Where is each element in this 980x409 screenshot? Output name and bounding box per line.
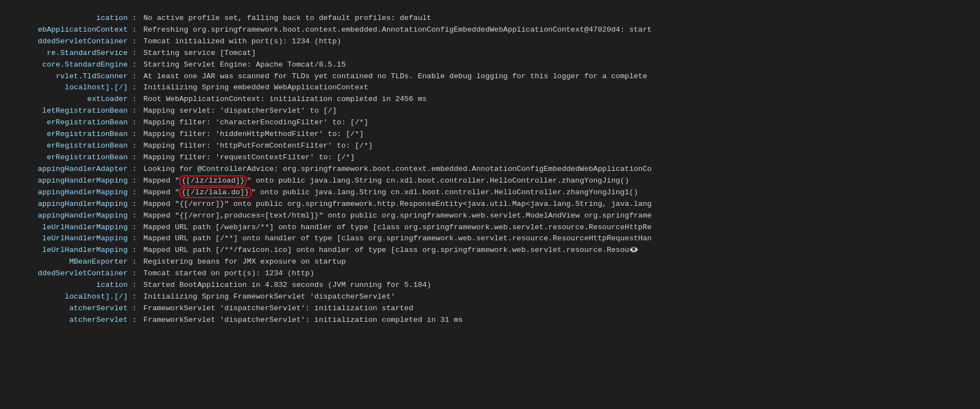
log-message: Initializing Spring embedded WebApplicat… bbox=[143, 82, 978, 94]
log-separator: : bbox=[130, 71, 143, 83]
log-message: Mapped URL path [/**/favicon.ico] onto h… bbox=[143, 245, 978, 256]
log-line: appingHandlerMapping: Mapped "{[/lz/lzlo… bbox=[0, 175, 980, 187]
log-line: re.StandardService: Starting service [To… bbox=[0, 48, 980, 59]
log-separator: : bbox=[130, 199, 143, 210]
log-message: Starting Servlet Engine: Apache Tomcat/8… bbox=[143, 59, 978, 71]
log-source: appingHandlerMapping bbox=[2, 175, 130, 187]
log-source: atcherServlet bbox=[2, 303, 130, 315]
log-separator: : bbox=[130, 245, 143, 256]
log-line: ddedServletContainer: Tomcat started on … bbox=[0, 268, 980, 280]
log-source: leUrlHandlerMapping bbox=[2, 222, 130, 234]
log-message: Mapped "{[/lz/lala.do]}" onto public jav… bbox=[143, 187, 978, 199]
log-source: ebApplicationContext bbox=[2, 24, 130, 36]
log-separator: : bbox=[130, 117, 143, 129]
log-source: appingHandlerMapping bbox=[2, 199, 130, 210]
log-source: leUrlHandlerMapping bbox=[2, 233, 130, 245]
log-source: rvlet.TldScanner bbox=[2, 71, 130, 83]
log-separator: : bbox=[130, 315, 143, 326]
log-separator: : bbox=[130, 233, 143, 245]
log-message: At least one JAR was scanned for TLDs ye… bbox=[143, 71, 978, 83]
log-source: erRegistrationBean bbox=[2, 152, 130, 164]
log-message: Mapped "{[/error],produces=[text/html]}"… bbox=[143, 210, 978, 222]
log-message: Starting service [Tomcat] bbox=[143, 48, 978, 59]
log-source: ication bbox=[2, 13, 130, 24]
log-separator: : bbox=[130, 82, 143, 94]
log-source: erRegistrationBean bbox=[2, 129, 130, 140]
log-message: Mapped URL path [/webjars/**] onto handl… bbox=[143, 222, 978, 234]
log-line: extLoader: Root WebApplicationContext: i… bbox=[0, 94, 980, 105]
log-source: erRegistrationBean bbox=[2, 140, 130, 152]
log-message: Mapping servlet: 'dispatcherServlet' to … bbox=[143, 105, 978, 117]
log-line: core.StandardEngine: Starting Servlet En… bbox=[0, 59, 980, 71]
log-message: Mapped URL path [/**] onto handler of ty… bbox=[143, 233, 978, 245]
log-source: appingHandlerMapping bbox=[2, 210, 130, 222]
log-message: Mapped "{[/error]}" onto public org.spri… bbox=[143, 199, 978, 210]
log-separator: : bbox=[130, 48, 143, 59]
log-separator: : bbox=[130, 268, 143, 280]
log-container: ication: No active profile set, falling … bbox=[0, 0, 980, 327]
circled-text: {[/lz/lala.do]} bbox=[179, 187, 252, 198]
log-message: FrameworkServlet 'dispatcherServlet': in… bbox=[143, 303, 978, 315]
log-line: appingHandlerMapping: Mapped "{[/error],… bbox=[0, 210, 980, 222]
log-message: Mapping filter: 'characterEncodingFilter… bbox=[143, 117, 978, 129]
log-separator: : bbox=[130, 187, 143, 199]
log-separator: : bbox=[130, 291, 143, 303]
log-message: Tomcat started on port(s): 1234 (http) bbox=[143, 268, 978, 280]
log-separator: : bbox=[130, 24, 143, 36]
log-separator: : bbox=[130, 280, 143, 291]
log-line: ebApplicationContext: Refreshing org.spr… bbox=[0, 24, 980, 36]
log-line: leUrlHandlerMapping: Mapped URL path [/*… bbox=[0, 233, 980, 245]
log-source: ication bbox=[2, 280, 130, 291]
log-line: atcherServlet: FrameworkServlet 'dispatc… bbox=[0, 303, 980, 315]
log-separator: : bbox=[130, 210, 143, 222]
log-line: localhost].[/]: Initializing Spring Fram… bbox=[0, 291, 980, 303]
log-source: appingHandlerAdapter bbox=[2, 164, 130, 175]
log-separator: : bbox=[130, 59, 143, 71]
log-separator: : bbox=[130, 152, 143, 164]
log-message: FrameworkServlet 'dispatcherServlet': in… bbox=[143, 315, 978, 326]
log-line: localhost].[/]: Initializing Spring embe… bbox=[0, 82, 980, 94]
log-source: localhost].[/] bbox=[2, 291, 130, 303]
log-separator: : bbox=[130, 222, 143, 234]
log-source: erRegistrationBean bbox=[2, 117, 130, 129]
log-separator: : bbox=[130, 164, 143, 175]
log-message: Tomcat initialized with port(s): 1234 (h… bbox=[143, 36, 978, 48]
log-line: atcherServlet: FrameworkServlet 'dispatc… bbox=[0, 315, 980, 326]
log-message: Mapped "{[/lz/lzload]}" onto public java… bbox=[143, 175, 978, 187]
log-message: Registering beans for JMX exposure on st… bbox=[143, 256, 978, 268]
log-message: Mapping filter: 'hiddenHttpMethodFilter'… bbox=[143, 129, 978, 140]
log-line: rvlet.TldScanner: At least one JAR was s… bbox=[0, 71, 980, 83]
log-separator: : bbox=[130, 94, 143, 105]
log-source: ddedServletContainer bbox=[2, 268, 130, 280]
log-message: Started BootApplication in 4.832 seconds… bbox=[143, 280, 978, 291]
log-message: Refreshing org.springframework.boot.cont… bbox=[143, 24, 978, 36]
log-source: leUrlHandlerMapping bbox=[2, 245, 130, 256]
log-line: appingHandlerMapping: Mapped "{[/error]}… bbox=[0, 199, 980, 210]
log-source: localhost].[/] bbox=[2, 82, 130, 94]
log-source: extLoader bbox=[2, 94, 130, 105]
log-separator: : bbox=[130, 256, 143, 268]
log-line: erRegistrationBean: Mapping filter: 'req… bbox=[0, 152, 980, 164]
log-message: No active profile set, falling back to d… bbox=[143, 13, 978, 24]
log-source: letRegistrationBean bbox=[2, 105, 130, 117]
log-separator: : bbox=[130, 13, 143, 24]
log-line: erRegistrationBean: Mapping filter: 'htt… bbox=[0, 140, 980, 152]
log-line: erRegistrationBean: Mapping filter: 'cha… bbox=[0, 117, 980, 129]
log-line: ddedServletContainer: Tomcat initialized… bbox=[0, 36, 980, 48]
log-message: Looking for @ControllerAdvice: org.sprin… bbox=[143, 164, 978, 175]
log-line: leUrlHandlerMapping: Mapped URL path [/w… bbox=[0, 222, 980, 234]
log-source: atcherServlet bbox=[2, 315, 130, 326]
log-line: leUrlHandlerMapping: Mapped URL path [/*… bbox=[0, 245, 980, 256]
log-line: ication: No active profile set, falling … bbox=[0, 13, 980, 24]
log-line: erRegistrationBean: Mapping filter: 'hid… bbox=[0, 129, 980, 140]
log-line: MBeanExporter: Registering beans for JMX… bbox=[0, 256, 980, 268]
circled-text: {[/lz/lzload]} bbox=[179, 175, 247, 186]
log-message: Root WebApplicationContext: initializati… bbox=[143, 94, 978, 105]
log-line: letRegistrationBean: Mapping servlet: 'd… bbox=[0, 105, 980, 117]
log-message: Initializing Spring FrameworkServlet 'di… bbox=[143, 291, 978, 303]
log-separator: : bbox=[130, 36, 143, 48]
log-message: Mapping filter: 'httpPutFormContentFilte… bbox=[143, 140, 978, 152]
log-source: appingHandlerMapping bbox=[2, 187, 130, 199]
log-line: ication: Started BootApplication in 4.83… bbox=[0, 280, 980, 291]
log-separator: : bbox=[130, 129, 143, 140]
